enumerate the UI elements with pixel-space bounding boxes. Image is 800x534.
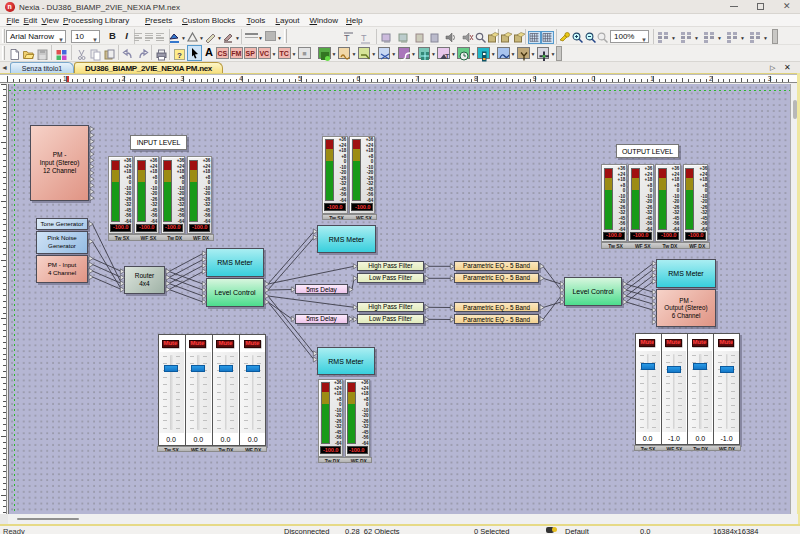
svg-text:?: ?: [177, 51, 182, 60]
svg-text:T: T: [445, 53, 450, 60]
svg-text:T: T: [344, 33, 350, 43]
svg-text:T: T: [361, 33, 367, 43]
